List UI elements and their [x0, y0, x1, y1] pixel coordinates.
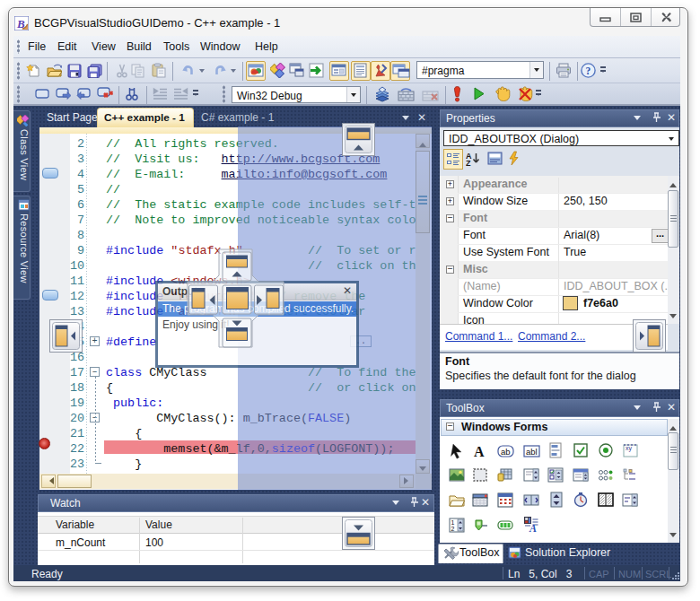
svg-text:A: A	[529, 522, 537, 535]
svg-text:?: ?	[585, 65, 591, 76]
svg-text:xy: xy	[626, 445, 633, 452]
svg-text:2: 2	[451, 526, 455, 532]
svg-text:ab: ab	[501, 447, 511, 457]
svg-text:A: A	[474, 444, 485, 459]
svg-text:B: B	[16, 17, 25, 30]
svg-text:Z: Z	[466, 159, 471, 167]
svg-text:abl: abl	[526, 447, 538, 457]
svg-text:1: 1	[451, 519, 455, 526]
